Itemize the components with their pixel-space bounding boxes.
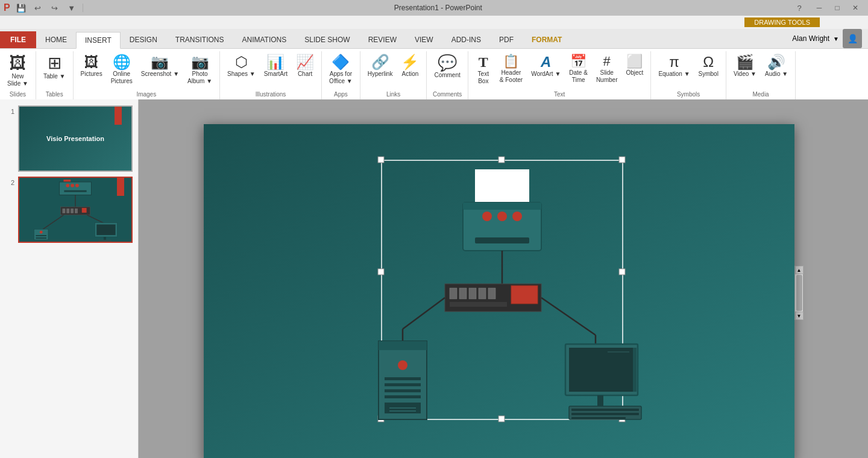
svg-rect-27 [498,157,505,163]
slide-thumb-2[interactable]: 2 [5,177,133,243]
date-time-button[interactable]: 📅 Date &Time [565,52,591,86]
slide-preview-1[interactable]: Visio Presentation [18,105,133,172]
pictures-button[interactable]: 🖼 Pictures [77,52,106,80]
images-group-label: Images [77,90,216,99]
symbol-button[interactable]: Ω Symbol [695,52,722,80]
online-pictures-label: OnlinePictures [111,71,133,85]
slide-number-button[interactable]: # SlideNumber [593,52,621,86]
save-button[interactable]: 💾 [15,2,27,14]
svg-rect-43 [450,288,457,299]
tab-slide-show[interactable]: SLIDE SHOW [295,31,359,48]
help-button[interactable]: ? [793,2,805,14]
chart-icon: 📈 [296,55,314,69]
svg-rect-48 [511,286,538,304]
photo-album-icon: 📷 [191,55,209,69]
minimize-button[interactable]: ─ [810,2,828,14]
media-items: 🎬 Video ▼ 🔊 Audio ▼ [730,52,791,90]
scroll-up-button[interactable]: ▲ [795,266,804,274]
right-scrollbar[interactable]: ▲ ▼ [794,266,803,320]
svg-rect-70 [571,409,639,411]
table-button[interactable]: ⊞ Table ▼ [40,52,69,83]
drawing-tools-label: DRAWING TOOLS [744,17,820,27]
undo-button[interactable]: ↩ [32,2,44,14]
svg-rect-6 [64,190,86,192]
title-bar: P 💾 ↩ ↪ ▼ Presentation1 - PowerPoint ? ─… [0,0,868,16]
user-area: Alan Wright ▼ 👤 [792,29,868,48]
svg-rect-36 [463,202,541,210]
customize-quick-access-button[interactable]: ▼ [66,2,78,14]
action-button[interactable]: ⚡ Action [397,52,423,80]
smartart-button[interactable]: 📊 SmartArt [260,52,291,80]
tab-add-ins[interactable]: ADD-INS [442,31,490,48]
hyperlink-icon: 🔗 [371,55,389,69]
wordart-button[interactable]: A WordArt ▼ [527,52,564,80]
svg-rect-46 [479,288,486,299]
slide-number-label: SlideNumber [596,69,618,84]
svg-point-5 [75,184,79,187]
restore-button[interactable]: □ [828,2,846,14]
video-button[interactable]: 🎬 Video ▼ [730,52,760,80]
redo-button[interactable]: ↪ [49,2,61,14]
canvas-area[interactable]: ▲ ▼ [139,99,868,458]
tab-home[interactable]: HOME [36,31,76,48]
svg-point-56 [398,360,407,370]
links-group-label: Links [364,90,423,99]
wordart-label: WordArt ▼ [531,71,561,78]
screenshot-button[interactable]: 📷 Screenshot ▼ [137,52,183,80]
images-items: 🖼 Pictures 🌐 OnlinePictures 📷 Screenshot… [77,52,216,90]
tab-pdf[interactable]: PDF [490,31,523,48]
tab-insert[interactable]: INSERT [76,32,121,49]
text-box-button[interactable]: T TextBox [472,52,495,87]
tab-format[interactable]: FORMAT [523,31,571,48]
svg-point-37 [482,212,492,221]
scroll-down-button[interactable]: ▼ [795,312,804,320]
slides-group-label: Slides [4,90,32,99]
slide-canvas[interactable] [204,124,794,458]
ribbon-group-illustrations: ⬡ Shapes ▼ 📊 SmartArt 📈 Chart Illustrati… [220,51,322,99]
scroll-thumb[interactable] [796,275,802,311]
text-box-icon: T [479,55,488,69]
header-footer-button[interactable]: 📋 Header& Footer [496,52,526,86]
slide-number-1: 1 [5,105,14,115]
audio-button[interactable]: 🔊 Audio ▼ [761,52,791,80]
slide-preview-2[interactable] [18,177,133,243]
slide-number-2: 2 [5,177,14,186]
chart-button[interactable]: 📈 Chart [292,52,318,80]
object-label: Object [626,69,643,77]
object-button[interactable]: ⬜ Object [622,52,647,79]
user-dropdown-icon[interactable]: ▼ [833,36,839,42]
hyperlink-button[interactable]: 🔗 Hyperlink [364,52,397,80]
avatar: 👤 [843,29,862,48]
tab-transitions[interactable]: TRANSITIONS [166,31,233,48]
online-pictures-button[interactable]: 🌐 OnlinePictures [107,52,136,87]
tab-design[interactable]: DESIGN [121,31,166,48]
apps-group-label: Apps [326,90,356,99]
online-pictures-icon: 🌐 [113,55,131,69]
links-items: 🔗 Hyperlink ⚡ Action [364,52,423,90]
tab-review[interactable]: REVIEW [359,31,406,48]
svg-rect-44 [459,288,467,299]
equation-button[interactable]: π Equation ▼ [655,52,693,80]
media-group-label: Media [730,90,791,99]
smartart-icon: 📊 [266,55,285,69]
slide-thumb-1[interactable]: 1 Visio Presentation [5,105,133,172]
audio-icon: 🔊 [767,55,785,69]
audio-label: Audio ▼ [765,71,788,78]
comment-button[interactable]: 💬 Comment [430,52,464,81]
svg-rect-29 [378,269,384,275]
photo-album-button[interactable]: 📷 PhotoAlbum ▼ [184,52,216,87]
equation-label: Equation ▼ [658,71,690,78]
text-items: T TextBox 📋 Header& Footer A WordArt ▼ 📅… [472,52,647,90]
slide-panel: 1 Visio Presentation 2 [0,99,139,458]
new-slide-button[interactable]: 🖼 NewSlide ▼ [4,52,32,90]
apps-for-office-button[interactable]: 🔷 Apps forOffice ▼ [326,52,356,87]
tab-file[interactable]: FILE [0,31,36,48]
tab-view[interactable]: VIEW [406,31,442,48]
pictures-label: Pictures [81,71,102,78]
svg-rect-40 [475,237,529,243]
shapes-button[interactable]: ⬡ Shapes ▼ [224,52,259,80]
slide-diagram[interactable] [204,124,794,458]
close-button[interactable]: ✕ [846,2,864,14]
scroll-track [796,274,803,312]
tab-animations[interactable]: ANIMATIONS [233,31,295,48]
